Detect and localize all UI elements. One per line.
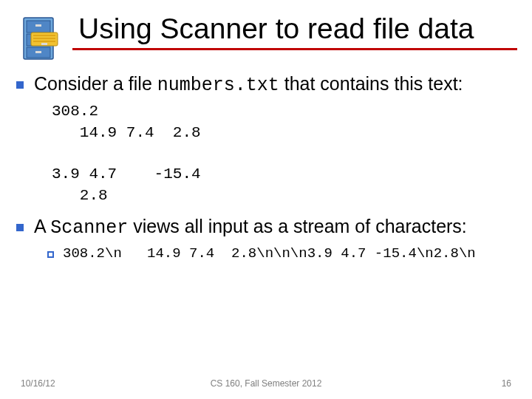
file-contents-block: 308.2 14.9 7.4 2.8 3.9 4.7 -15.4 2.8 [52, 101, 516, 206]
file-cabinet-icon [21, 13, 72, 65]
square-bullet-icon [16, 224, 24, 231]
hollow-square-bullet-icon [47, 251, 54, 258]
svg-rect-7 [33, 35, 55, 36]
stream-text: 308.2\n 14.9 7.4 2.8\n\n\n3.9 4.7 -15.4\… [63, 245, 476, 263]
svg-rect-8 [33, 38, 55, 39]
slide-content: Consider a file numbers.txt that contain… [0, 65, 532, 263]
svg-rect-4 [35, 24, 41, 27]
code-segment: Scanner [50, 217, 128, 239]
slide-header: Using Scanner to read file data [0, 0, 532, 65]
sub-bullet-stream: 308.2\n 14.9 7.4 2.8\n\n\n3.9 4.7 -15.4\… [16, 245, 516, 263]
footer-center: CS 160, Fall Semester 2012 [0, 378, 532, 389]
footer-page: 16 [502, 378, 511, 389]
text-segment: A [34, 216, 50, 236]
title-block: Using Scanner to read file data [72, 13, 517, 50]
text-segment: that contains this text: [279, 73, 463, 94]
text-segment: Consider a file [34, 73, 157, 94]
slide-title: Using Scanner to read file data [78, 13, 517, 45]
footer-date: 10/16/12 [21, 378, 55, 389]
code-segment: numbers.txt [157, 75, 279, 96]
bullet-text: A Scanner views all input as a stream of… [34, 215, 516, 239]
slide-footer: 10/16/12 CS 160, Fall Semester 2012 16 [0, 378, 532, 389]
bullet-text: Consider a file numbers.txt that contain… [34, 72, 516, 97]
slide: Using Scanner to read file data Consider… [0, 0, 532, 399]
square-bullet-icon [16, 81, 24, 89]
bullet-consider: Consider a file numbers.txt that contain… [16, 72, 516, 97]
svg-rect-9 [33, 41, 55, 42]
text-segment: views all input as a stream of character… [128, 216, 467, 236]
svg-rect-5 [35, 51, 41, 53]
bullet-scanner: A Scanner views all input as a stream of… [16, 215, 516, 239]
svg-rect-10 [41, 43, 47, 45]
